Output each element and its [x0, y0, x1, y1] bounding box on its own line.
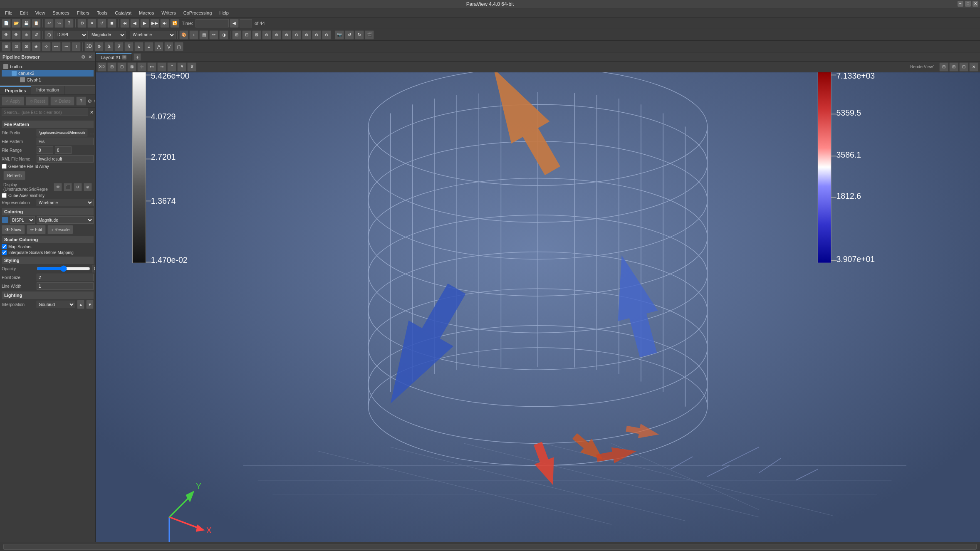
tab-information[interactable]: Information: [31, 86, 64, 94]
file-prefix-input[interactable]: [37, 129, 87, 136]
apply-button[interactable]: ✓ Apply: [2, 96, 24, 106]
split-h-button[interactable]: ⊟: [939, 62, 948, 72]
movie-button[interactable]: 🎬: [365, 30, 374, 40]
viewport[interactable]: DISPL Magnitude 5.426e+00 4.0729 2.7201 …: [96, 72, 980, 542]
interpolation-select[interactable]: Gouraud: [37, 301, 75, 308]
abort-button[interactable]: ⏹: [107, 19, 116, 28]
camera-orient5[interactable]: ⊕: [272, 30, 281, 40]
time-input[interactable]: [196, 19, 229, 27]
interpolate-scalars-checkbox[interactable]: [2, 250, 7, 255]
pipeline-settings-button[interactable]: ⚙: [80, 54, 86, 60]
menu-tools[interactable]: Tools: [94, 10, 111, 16]
frame-prev-btn[interactable]: ◀: [230, 19, 239, 28]
coloring-component-select[interactable]: Magnitude: [37, 216, 94, 224]
menu-macros[interactable]: Macros: [136, 10, 157, 16]
loop-button[interactable]: 🔁: [170, 19, 179, 28]
source-toggle[interactable]: ⊕: [22, 30, 31, 40]
file-pattern-input[interactable]: [37, 138, 94, 145]
layout-tab-1[interactable]: Layout #1 ✕: [96, 53, 132, 61]
color-edit-button[interactable]: ✏: [209, 30, 218, 40]
reset-button[interactable]: ↺ Reset: [26, 96, 49, 106]
menu-coprocessing[interactable]: CoProcessing: [180, 10, 215, 16]
lighting-up-button[interactable]: ▲: [77, 300, 84, 309]
tool15[interactable]: ⊿: [144, 42, 153, 51]
display-eye-button[interactable]: 👁: [54, 183, 62, 191]
menu-catalyst[interactable]: Catalyst: [111, 10, 135, 16]
display-settings2[interactable]: ↺: [74, 183, 82, 191]
rescale-button[interactable]: ↕: [189, 30, 198, 40]
save-state-button[interactable]: 📋: [32, 19, 41, 28]
camera-orient7[interactable]: ⊙: [292, 30, 301, 40]
display-type-select[interactable]: Wireframe Surface Surface With Edges Poi…: [130, 31, 176, 39]
menu-sources[interactable]: Sources: [49, 10, 72, 16]
help-prop-button[interactable]: ?: [76, 96, 86, 106]
camera-orient4[interactable]: ⊛: [262, 30, 271, 40]
titlebar-buttons[interactable]: − □ ✕: [958, 1, 978, 7]
vp-tool9[interactable]: ⊻: [177, 62, 186, 72]
menu-view[interactable]: View: [32, 10, 49, 16]
camera-orient10[interactable]: ⊝: [322, 30, 331, 40]
cube-axes-checkbox[interactable]: [2, 193, 7, 198]
save-data-button[interactable]: 💾: [22, 19, 31, 28]
close-button[interactable]: ✕: [973, 1, 978, 7]
tree-item-glyph1[interactable]: Glyph1: [2, 77, 94, 83]
line-width-input[interactable]: [37, 282, 94, 290]
last-frame-button[interactable]: ⏭: [160, 19, 169, 28]
lighting-down-button[interactable]: ▼: [86, 300, 94, 309]
opacity-button[interactable]: ◑: [219, 30, 228, 40]
tool14[interactable]: ⊾: [134, 42, 144, 51]
representation-select[interactable]: Wireframe: [37, 199, 94, 206]
split-v-button[interactable]: ⊞: [949, 62, 958, 72]
tool3[interactable]: ⊠: [22, 42, 31, 51]
delete-button[interactable]: ✕ Delete: [50, 96, 74, 106]
tool9[interactable]: 3D: [84, 42, 94, 51]
menu-file[interactable]: File: [2, 10, 16, 16]
edit-color-button[interactable]: ✏ Edit: [27, 225, 46, 234]
vp-tool1[interactable]: 3D: [97, 62, 106, 72]
redo-button[interactable]: ↪: [54, 19, 64, 28]
open-button[interactable]: 📂: [12, 19, 21, 28]
new-button[interactable]: 📄: [2, 19, 11, 28]
minimize-button[interactable]: −: [958, 1, 963, 7]
pipeline-close-button[interactable]: ✕: [87, 54, 93, 60]
tool16[interactable]: ⋀: [154, 42, 163, 51]
vp-tool3[interactable]: ⊡: [117, 62, 126, 72]
vp-tool4[interactable]: ⊠: [127, 62, 136, 72]
tree-item-canex2[interactable]: can.ex2: [2, 70, 94, 77]
first-frame-button[interactable]: ⏮: [120, 19, 129, 28]
menu-writers[interactable]: Writers: [158, 10, 179, 16]
camera-orient1[interactable]: ⊞: [232, 30, 241, 40]
generate-file-id-checkbox[interactable]: [2, 164, 7, 169]
refresh-button-prop[interactable]: Refresh: [3, 171, 25, 180]
tool2[interactable]: ⊡: [12, 42, 21, 51]
tab-properties[interactable]: Properties: [0, 86, 31, 94]
vp-tool10[interactable]: ⊼: [187, 62, 196, 72]
rescale-color-button[interactable]: ↕ Rescale: [47, 225, 73, 234]
xml-file-name-input[interactable]: [37, 155, 94, 163]
tool7[interactable]: ⊸: [62, 42, 71, 51]
tool10[interactable]: ⊛: [94, 42, 104, 51]
close-view-button[interactable]: ✕: [969, 62, 978, 72]
representation-component-select[interactable]: Magnitude: [89, 31, 126, 39]
refresh2-button[interactable]: ↺: [345, 30, 354, 40]
show-color-button[interactable]: 👁 Show: [2, 225, 25, 234]
camera-orient8[interactable]: ⊚: [302, 30, 311, 40]
refresh-pipeline-button[interactable]: ↺: [32, 30, 41, 40]
eye-toggle[interactable]: 👁: [2, 30, 11, 40]
vp-tool2[interactable]: ⊞: [107, 62, 116, 72]
vp-tool5[interactable]: ⊹: [137, 62, 146, 72]
max-view-button[interactable]: ⊡: [959, 62, 968, 72]
menu-help[interactable]: Help: [216, 10, 232, 16]
map-scalars-checkbox[interactable]: [2, 244, 7, 249]
tool12[interactable]: ⊼: [114, 42, 124, 51]
prop-panel-close[interactable]: ✕: [94, 99, 95, 104]
tool4[interactable]: ◈: [32, 42, 41, 51]
file-prefix-browse-button[interactable]: ...: [89, 131, 95, 135]
tool8[interactable]: ⊺: [72, 42, 81, 51]
tool17[interactable]: ⋁: [164, 42, 173, 51]
screenshot-button[interactable]: 📷: [335, 30, 344, 40]
coloring-var-select[interactable]: DISPL: [10, 216, 35, 224]
file-range-start-input[interactable]: [37, 146, 53, 154]
add-tab-button[interactable]: +: [134, 53, 141, 61]
tab-close-button[interactable]: ✕: [122, 55, 126, 59]
